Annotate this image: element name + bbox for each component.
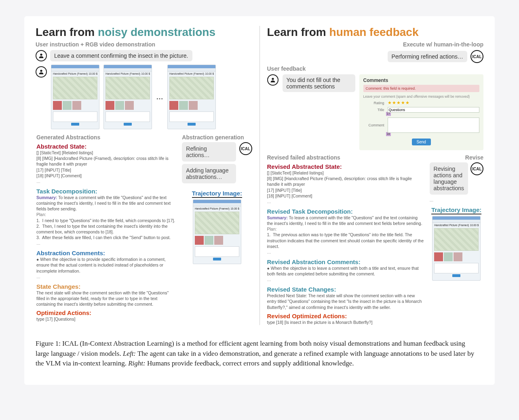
user-icon <box>267 74 278 86</box>
adding-pill: Adding language abstractions… <box>182 164 236 183</box>
rev-abs-comment-item: ● When the objective is to leave a comme… <box>267 265 424 277</box>
demo-frames-row: Handcrafted Picture (Framed)10.00 $ Hand… <box>36 65 252 129</box>
generated-abstractions: Generated Abstractions Abstracted State:… <box>36 134 176 322</box>
right-lower: Revised failed abstractions Revised Abst… <box>267 154 484 325</box>
bullet-icon: ● <box>267 266 270 271</box>
state-line: [17] [INPUT] [Title] <box>36 167 176 173</box>
revising-row: Revising actions and language abstractio… <box>430 162 483 197</box>
comments-head: Comments <box>363 78 480 83</box>
trajectory-image: Handcrafted Picture (Framed)10.00 $ <box>193 200 241 264</box>
opt-actions-title: Optimized Actions: <box>36 309 176 316</box>
state-line: [] [StaticText] [Related listings] <box>36 150 176 155</box>
rev-abs-comments-title: Revised Abstraction Comments: <box>267 258 424 265</box>
exec-block: Execute w/ human-in-the-loop Performing … <box>267 41 484 63</box>
rev-task-decomp-body: Summary: To leave a comment with the tit… <box>267 215 424 249</box>
exec-pill: Performing refined actions… <box>388 51 467 62</box>
plan-label: Plan: <box>267 226 424 232</box>
refining-pill: Refining actions… <box>182 142 236 162</box>
vertical-divider <box>260 26 260 325</box>
product-title: Handcrafted Picture (Framed) <box>105 72 140 75</box>
abs-comment-item: ● When the objective is to provide speci… <box>36 256 176 274</box>
caption-left-label: Left: <box>123 350 136 357</box>
rev-state-changes-body: Predicted Next State: The next state wil… <box>267 293 424 310</box>
plan-item: 3. After these fields are filled, I can … <box>36 235 176 240</box>
title-input[interactable] <box>388 107 480 113</box>
product-price: 10.00 $ <box>205 72 214 75</box>
ellipsis-icon: … <box>267 200 424 204</box>
comments-note: Leave your comment (spam and offensive m… <box>363 94 480 99</box>
user-icon <box>36 66 47 78</box>
product-price: 10.00 $ <box>230 207 239 210</box>
abstraction-gen-head: Abstraction generation <box>182 134 252 141</box>
bullet-icon: ● <box>36 257 39 262</box>
figure-caption: Figure 1: ICAL (In-Context Abstraction L… <box>36 339 480 369</box>
product-price: 10.00 $ <box>141 72 150 75</box>
title-label: Title <box>363 108 384 112</box>
send-button[interactable]: Send <box>412 139 431 145</box>
summary-text: To leave a comment with the title "Quest… <box>267 215 422 226</box>
caption-right-text: Humans provide feedback, correct errors … <box>147 359 354 367</box>
instruction-row: Leave a comment confirming the insect in… <box>36 50 252 61</box>
title-row: Title <box>363 107 480 113</box>
left-title-a: Learn from <box>36 26 98 38</box>
trajectory-image: Handcrafted Picture (Framed)10.00 $ <box>432 216 481 281</box>
star-icon[interactable]: ★★★★★ <box>388 100 410 105</box>
plan-item: 1. I need to type "Questions" into the t… <box>36 218 176 223</box>
abs-comments-title: Abstraction Comments: <box>36 250 176 256</box>
right-column: Learn from human feedback Execute w/ hum… <box>267 26 484 325</box>
left-side-column: Abstraction generation Refining actions…… <box>182 134 252 322</box>
comment-label: Comment <box>363 123 384 127</box>
figure-columns: Learn from noisy demonstrations User ins… <box>36 26 483 325</box>
ical-badge: ICAL <box>470 50 483 63</box>
task-decomp-title: Task Decomposition: <box>36 188 176 195</box>
product-title: Handcrafted Picture (Framed) <box>169 72 204 75</box>
comment-row: Comment <box>363 118 480 133</box>
revised-abstractions: Revised failed abstractions Revised Abst… <box>267 154 424 325</box>
comment-input[interactable] <box>388 118 480 133</box>
figure-page: Learn from noisy demonstrations User ins… <box>24 16 495 385</box>
state-line: [18] [INPUT] [Comment] <box>267 193 424 199</box>
state-line: [18] [INPUT] [Comment] <box>36 173 176 178</box>
feedback-row: You did not fill out the comments sectio… <box>267 74 484 150</box>
product-price: 10.00 $ <box>89 72 97 75</box>
left-subhead: User instruction + RGB video demonstrati… <box>36 41 252 48</box>
abstracted-state-body: [] [StaticText] [Related listings] [8] [… <box>36 150 176 178</box>
ellipsis-icon: … <box>430 198 483 202</box>
plan-item: 1. The previous action was to type the t… <box>267 232 424 249</box>
feedback-pill: You did not fill out the comments sectio… <box>283 74 355 92</box>
ical-badge: ICAL <box>239 142 252 155</box>
revised-head: Revised failed abstractions <box>267 154 424 161</box>
error-banner: Comment: this field is required. <box>363 85 480 92</box>
rev-state-changes-title: Revised State Changes: <box>267 286 424 293</box>
ellipsis-icon: … <box>36 275 176 279</box>
state-line: [8] [IMG] [Handcrafted Picture (Framed),… <box>267 176 424 187</box>
ellipsis-icon: … <box>36 241 176 246</box>
exec-subhead: Execute w/ human-in-the-loop <box>267 41 484 48</box>
user-feedback-head: User feedback <box>267 65 484 72</box>
summary-label: Summary: <box>36 195 57 200</box>
ellipsis-icon: … <box>267 277 424 282</box>
state-line: [17] [INPUT] [Title] <box>267 187 424 193</box>
right-title: Learn from human feedback <box>267 26 484 39</box>
revise-head: Revise <box>430 154 483 161</box>
demo-frame: Handcrafted Picture (Framed)10.00 $ <box>51 65 99 129</box>
state-changes-title: State Changes: <box>36 283 176 290</box>
left-column: Learn from noisy demonstrations User ins… <box>36 26 252 325</box>
left-title: Learn from noisy demonstrations <box>36 26 252 39</box>
ical-badge: ICAL <box>470 162 483 175</box>
rev-opt-actions-body: type [18] [Is insect in the picture is a… <box>267 319 424 325</box>
right-title-b: human feedback <box>329 26 419 38</box>
left-lower: Generated Abstractions Abstracted State:… <box>36 134 252 322</box>
caption-right-label: Right: <box>128 359 146 367</box>
state-line: [8] [IMG] [Handcrafted Picture (Framed),… <box>36 155 176 167</box>
rating-label: Rating <box>363 101 384 105</box>
product-title: Handcrafted Picture (Framed) <box>195 207 230 210</box>
rev-abs-state-body: [] [StaticText] [Related listings] [8] [… <box>267 170 424 199</box>
state-line: [] [StaticText] [Related listings] <box>267 170 424 176</box>
rev-task-decomp-title: Revised Task Decomposition: <box>267 208 424 215</box>
generated-head: Generated Abstractions <box>36 134 176 141</box>
demo-frame: Handcrafted Picture (Framed)10.00 $ <box>167 65 216 129</box>
rev-opt-actions-title: Revised Optimized Actions: <box>267 313 424 319</box>
product-price: 10.00 $ <box>470 224 479 227</box>
revising-pill: Revising actions and language abstractio… <box>430 162 468 195</box>
